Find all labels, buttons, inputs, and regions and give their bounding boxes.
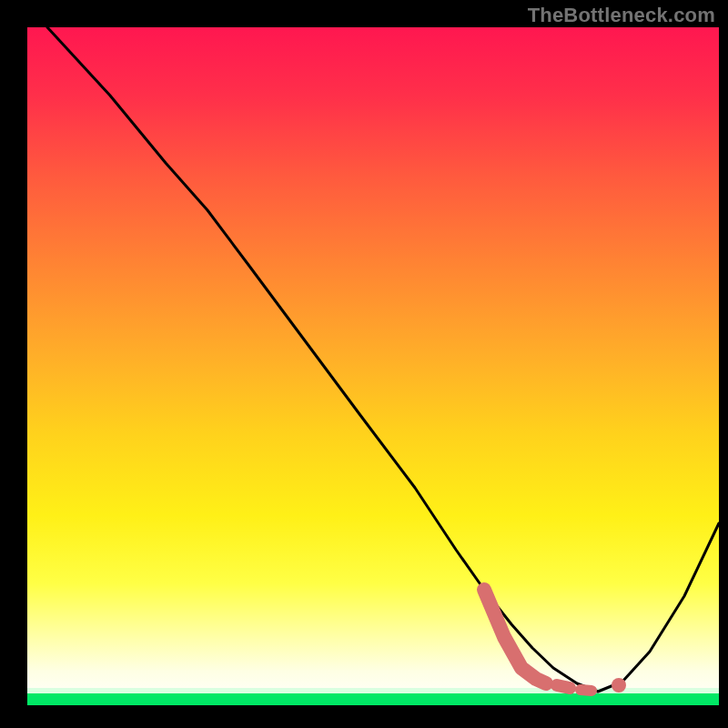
chart-canvas: TheBottleneck.com	[0, 0, 728, 728]
watermark-text: TheBottleneck.com	[528, 4, 715, 27]
optimal-point	[612, 678, 626, 693]
optimal-segment-dash1	[557, 685, 570, 688]
chart-background-gradient	[27, 27, 719, 705]
chart-green-band	[27, 693, 719, 705]
optimal-segment-dash2	[581, 690, 592, 691]
chart-svg	[0, 0, 728, 728]
